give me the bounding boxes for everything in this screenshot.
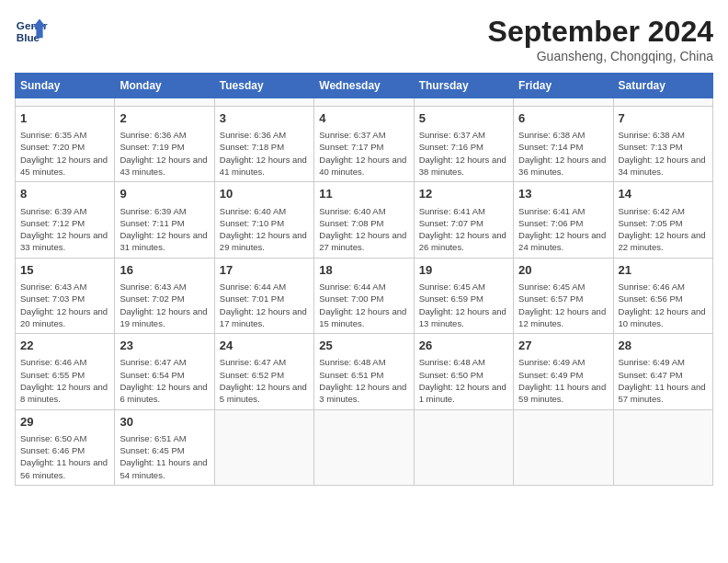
day-info: Sunrise: 6:37 AMSunset: 7:17 PMDaylight:… bbox=[319, 129, 408, 178]
col-wednesday: Wednesday bbox=[314, 74, 414, 98]
calendar-row: 22Sunrise: 6:46 AMSunset: 6:55 PMDayligh… bbox=[16, 334, 713, 409]
day-number: 5 bbox=[419, 110, 508, 127]
header-row: Sunday Monday Tuesday Wednesday Thursday… bbox=[16, 74, 713, 98]
day-info: Sunrise: 6:45 AMSunset: 6:59 PMDaylight:… bbox=[419, 281, 508, 329]
calendar-cell bbox=[214, 98, 313, 107]
day-info: Sunrise: 6:48 AMSunset: 6:50 PMDaylight:… bbox=[419, 356, 508, 405]
day-info: Sunrise: 6:37 AMSunset: 7:16 PMDaylight:… bbox=[419, 129, 508, 178]
calendar-header: Sunday Monday Tuesday Wednesday Thursday… bbox=[16, 74, 713, 98]
day-info: Sunrise: 6:49 AMSunset: 6:49 PMDaylight:… bbox=[518, 356, 608, 405]
calendar-row: 1Sunrise: 6:35 AMSunset: 7:20 PMDaylight… bbox=[16, 107, 713, 182]
calendar-cell: 15Sunrise: 6:43 AMSunset: 7:03 PMDayligh… bbox=[16, 258, 115, 333]
month-title: September 2024 bbox=[488, 15, 713, 49]
col-tuesday: Tuesday bbox=[214, 74, 313, 98]
calendar-body: 1Sunrise: 6:35 AMSunset: 7:20 PMDaylight… bbox=[16, 98, 713, 486]
day-info: Sunrise: 6:47 AMSunset: 6:54 PMDaylight:… bbox=[119, 356, 209, 405]
calendar-cell bbox=[613, 98, 712, 107]
col-sunday: Sunday bbox=[16, 74, 115, 98]
day-info: Sunrise: 6:38 AMSunset: 7:14 PMDaylight:… bbox=[518, 129, 608, 178]
day-info: Sunrise: 6:47 AMSunset: 6:52 PMDaylight:… bbox=[220, 356, 309, 405]
day-number: 27 bbox=[518, 338, 608, 354]
day-number: 12 bbox=[419, 186, 508, 202]
logo-icon: General Blue bbox=[15, 15, 48, 48]
day-number: 23 bbox=[119, 338, 209, 354]
day-info: Sunrise: 6:46 AMSunset: 6:55 PMDaylight:… bbox=[20, 356, 109, 405]
calendar-cell: 16Sunrise: 6:43 AMSunset: 7:02 PMDayligh… bbox=[115, 258, 214, 333]
calendar-row: 29Sunrise: 6:50 AMSunset: 6:46 PMDayligh… bbox=[16, 409, 713, 485]
title-area: September 2024 Guansheng, Chongqing, Chi… bbox=[488, 15, 713, 63]
calendar-cell bbox=[115, 98, 214, 107]
day-number: 25 bbox=[319, 338, 408, 354]
day-info: Sunrise: 6:46 AMSunset: 6:56 PMDaylight:… bbox=[619, 281, 708, 329]
calendar-cell: 4Sunrise: 6:37 AMSunset: 7:17 PMDaylight… bbox=[314, 107, 414, 182]
day-number: 7 bbox=[619, 110, 708, 127]
day-info: Sunrise: 6:43 AMSunset: 7:02 PMDaylight:… bbox=[119, 281, 209, 329]
col-saturday: Saturday bbox=[613, 74, 712, 98]
day-number: 29 bbox=[20, 414, 109, 431]
location-subtitle: Guansheng, Chongqing, China bbox=[488, 49, 713, 63]
day-info: Sunrise: 6:49 AMSunset: 6:47 PMDaylight:… bbox=[619, 356, 708, 405]
day-info: Sunrise: 6:44 AMSunset: 7:01 PMDaylight:… bbox=[220, 281, 309, 329]
calendar-cell: 3Sunrise: 6:36 AMSunset: 7:18 PMDaylight… bbox=[214, 107, 313, 182]
calendar-cell: 25Sunrise: 6:48 AMSunset: 6:51 PMDayligh… bbox=[314, 334, 414, 409]
calendar-cell: 22Sunrise: 6:46 AMSunset: 6:55 PMDayligh… bbox=[16, 334, 115, 409]
calendar-cell: 19Sunrise: 6:45 AMSunset: 6:59 PMDayligh… bbox=[414, 258, 513, 333]
day-number: 17 bbox=[220, 262, 309, 279]
calendar-row: 8Sunrise: 6:39 AMSunset: 7:12 PMDaylight… bbox=[16, 182, 713, 258]
logo: General Blue bbox=[15, 15, 48, 48]
day-number: 16 bbox=[119, 262, 209, 279]
calendar-cell bbox=[514, 409, 613, 485]
calendar-cell: 8Sunrise: 6:39 AMSunset: 7:12 PMDaylight… bbox=[16, 182, 115, 258]
calendar-row: 15Sunrise: 6:43 AMSunset: 7:03 PMDayligh… bbox=[16, 258, 713, 333]
calendar-cell: 23Sunrise: 6:47 AMSunset: 6:54 PMDayligh… bbox=[115, 334, 214, 409]
day-number: 2 bbox=[119, 110, 209, 127]
calendar-cell: 18Sunrise: 6:44 AMSunset: 7:00 PMDayligh… bbox=[314, 258, 414, 333]
calendar-cell: 9Sunrise: 6:39 AMSunset: 7:11 PMDaylight… bbox=[115, 182, 214, 258]
calendar-cell: 13Sunrise: 6:41 AMSunset: 7:06 PMDayligh… bbox=[514, 182, 613, 258]
col-thursday: Thursday bbox=[414, 74, 513, 98]
day-number: 4 bbox=[319, 110, 408, 127]
day-number: 15 bbox=[20, 262, 109, 279]
day-number: 10 bbox=[220, 186, 309, 202]
calendar-table: Sunday Monday Tuesday Wednesday Thursday… bbox=[15, 73, 713, 486]
calendar-cell: 28Sunrise: 6:49 AMSunset: 6:47 PMDayligh… bbox=[613, 334, 712, 409]
calendar-cell bbox=[514, 98, 613, 107]
day-info: Sunrise: 6:40 AMSunset: 7:08 PMDaylight:… bbox=[319, 205, 408, 254]
day-number: 30 bbox=[119, 414, 209, 431]
day-info: Sunrise: 6:38 AMSunset: 7:13 PMDaylight:… bbox=[619, 129, 708, 178]
calendar-cell: 10Sunrise: 6:40 AMSunset: 7:10 PMDayligh… bbox=[214, 182, 313, 258]
day-number: 24 bbox=[220, 338, 309, 354]
day-info: Sunrise: 6:44 AMSunset: 7:00 PMDaylight:… bbox=[319, 281, 408, 329]
day-info: Sunrise: 6:35 AMSunset: 7:20 PMDaylight:… bbox=[20, 129, 109, 178]
day-info: Sunrise: 6:45 AMSunset: 6:57 PMDaylight:… bbox=[518, 281, 608, 329]
day-info: Sunrise: 6:51 AMSunset: 6:45 PMDaylight:… bbox=[119, 432, 209, 481]
day-info: Sunrise: 6:36 AMSunset: 7:18 PMDaylight:… bbox=[220, 129, 309, 178]
header: General Blue September 2024 Guansheng, C… bbox=[15, 15, 713, 63]
calendar-cell bbox=[314, 98, 414, 107]
calendar-cell bbox=[414, 98, 513, 107]
day-info: Sunrise: 6:39 AMSunset: 7:12 PMDaylight:… bbox=[20, 205, 109, 254]
day-number: 22 bbox=[20, 338, 109, 354]
day-info: Sunrise: 6:40 AMSunset: 7:10 PMDaylight:… bbox=[220, 205, 309, 254]
day-number: 6 bbox=[518, 110, 608, 127]
day-number: 3 bbox=[220, 110, 309, 127]
day-info: Sunrise: 6:39 AMSunset: 7:11 PMDaylight:… bbox=[119, 205, 209, 254]
col-monday: Monday bbox=[115, 74, 214, 98]
day-info: Sunrise: 6:48 AMSunset: 6:51 PMDaylight:… bbox=[319, 356, 408, 405]
calendar-cell bbox=[16, 98, 115, 107]
calendar-cell: 5Sunrise: 6:37 AMSunset: 7:16 PMDaylight… bbox=[414, 107, 513, 182]
calendar-cell bbox=[414, 409, 513, 485]
calendar-cell: 27Sunrise: 6:49 AMSunset: 6:49 PMDayligh… bbox=[514, 334, 613, 409]
day-number: 21 bbox=[619, 262, 708, 279]
day-number: 13 bbox=[518, 186, 608, 202]
day-info: Sunrise: 6:36 AMSunset: 7:19 PMDaylight:… bbox=[119, 129, 209, 178]
calendar-cell: 30Sunrise: 6:51 AMSunset: 6:45 PMDayligh… bbox=[115, 409, 214, 485]
calendar-cell: 12Sunrise: 6:41 AMSunset: 7:07 PMDayligh… bbox=[414, 182, 513, 258]
calendar-cell: 29Sunrise: 6:50 AMSunset: 6:46 PMDayligh… bbox=[16, 409, 115, 485]
day-number: 11 bbox=[319, 186, 408, 202]
day-number: 18 bbox=[319, 262, 408, 279]
day-number: 28 bbox=[619, 338, 708, 354]
calendar-cell: 14Sunrise: 6:42 AMSunset: 7:05 PMDayligh… bbox=[613, 182, 712, 258]
day-number: 8 bbox=[20, 186, 109, 202]
calendar-cell: 6Sunrise: 6:38 AMSunset: 7:14 PMDaylight… bbox=[514, 107, 613, 182]
